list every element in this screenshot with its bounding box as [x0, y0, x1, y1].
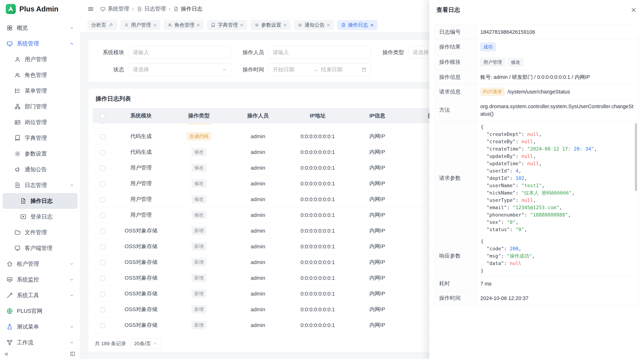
sidebar-item-user[interactable]: 用户管理: [2, 51, 78, 67]
list-icon: [14, 88, 21, 94]
sidebar-item-menu[interactable]: 菜单管理: [2, 83, 78, 99]
http-method-tag: PUT请求: [480, 88, 505, 96]
row-checkbox[interactable]: [100, 229, 105, 234]
tab-label: 操作日志: [348, 22, 368, 28]
tab-config[interactable]: 参数设置×: [250, 20, 291, 30]
tab-operlog[interactable]: 操作日志×: [337, 20, 378, 30]
row-checkbox[interactable]: [100, 244, 105, 249]
tab-label: 分析页: [91, 22, 106, 28]
hamburger-icon[interactable]: [87, 5, 94, 12]
sidebar-item-overview[interactable]: 概览: [2, 20, 78, 36]
operation-type-tag: 修改: [192, 148, 206, 156]
sidebar-item-systool[interactable]: 系统工具: [2, 288, 78, 303]
tab-dict[interactable]: 字典管理×: [207, 20, 247, 30]
close-tab-icon[interactable]: ×: [240, 22, 243, 28]
megaphone-icon: [14, 166, 21, 173]
close-tab-icon[interactable]: ×: [283, 22, 287, 28]
row-checkbox[interactable]: [100, 276, 105, 281]
sidebar-item-tenant[interactable]: 租户管理: [2, 256, 78, 272]
sidebar-item-operlog[interactable]: 操作日志: [2, 193, 78, 209]
tab-analysis[interactable]: 分析页: [87, 20, 117, 30]
breadcrumb-item[interactable]: 操作日志: [173, 5, 202, 12]
tab-user[interactable]: 用户管理×: [120, 20, 160, 30]
doc-icon: [173, 6, 179, 12]
sidebar-item-workflow[interactable]: 工作流: [2, 335, 78, 348]
sidebar-item-client[interactable]: 客户端管理: [2, 240, 78, 256]
row-checkbox[interactable]: [100, 123, 105, 124]
cell-module: 代码生成: [113, 123, 169, 124]
chevron-down-icon: [69, 293, 74, 298]
filter-label-module: 系统模块: [96, 49, 124, 56]
chevron-down-icon: [69, 340, 74, 345]
row-checkbox[interactable]: [100, 166, 105, 171]
collapse-sidebar-icon[interactable]: «: [5, 351, 8, 357]
pin-icon[interactable]: [108, 23, 113, 27]
cell-type: 新增: [169, 274, 228, 282]
flask-icon: [6, 324, 13, 330]
sidebar-item-testmenu[interactable]: 测试菜单: [2, 319, 78, 335]
page-size-select[interactable]: 20条/页: [130, 338, 161, 349]
detail-label: 操作结果: [435, 39, 476, 54]
detail-label: 操作时间: [435, 291, 476, 305]
sidebar-item-system[interactable]: 系统管理: [2, 36, 78, 51]
tab-role[interactable]: 角色管理×: [164, 20, 204, 30]
cell-ip: 0:0:0:0:0:0:0:1: [287, 196, 348, 202]
sidebar-item-dept[interactable]: 部门管理: [2, 99, 78, 114]
row-checkbox[interactable]: [100, 307, 105, 312]
sidebar-item-log[interactable]: 日志管理: [2, 177, 78, 193]
row-checkbox[interactable]: [100, 197, 105, 202]
close-drawer-icon[interactable]: [630, 7, 637, 13]
sidebar-menu: 概览系统管理用户管理角色管理菜单管理部门管理岗位管理字典管理参数设置通知公告日志…: [0, 18, 80, 348]
brand[interactable]: Plus Admin: [0, 0, 80, 18]
panel-toggle-icon[interactable]: [70, 351, 75, 357]
row-checkbox[interactable]: [100, 260, 105, 265]
sidebar-item-notice[interactable]: 通知公告: [2, 162, 78, 177]
select-all-checkbox[interactable]: [100, 113, 105, 118]
cell-ip-info: 内网IP: [348, 322, 406, 329]
close-tab-icon[interactable]: ×: [153, 22, 156, 28]
cell-ip: 0:0:0:0:0:0:0:1: [287, 275, 348, 281]
row-checkbox[interactable]: [100, 150, 105, 155]
breadcrumb-item[interactable]: 日志管理: [137, 5, 166, 12]
detail-value: 成功: [476, 39, 638, 54]
operation-type-tag: 生成代码: [187, 123, 211, 125]
cell-operator: admin: [228, 275, 287, 281]
sidebar-item-website[interactable]: PLUS官网: [2, 303, 78, 319]
row-checkbox[interactable]: [100, 292, 105, 297]
cell-ip: 0:0:0:0:0:0:0:1: [287, 291, 348, 297]
sidebar-item-label: 客户端管理: [25, 244, 74, 252]
date-range-input[interactable]: 开始日期 → 结束日期: [268, 63, 371, 76]
cell-operator: admin: [228, 259, 287, 265]
breadcrumb-separator: ›: [132, 5, 134, 12]
sidebar-item-loginlog[interactable]: 登录日志: [2, 209, 78, 225]
row-checkbox[interactable]: [100, 134, 105, 139]
operation-type-tag: 新增: [192, 258, 206, 266]
cell-operator: admin: [228, 181, 287, 187]
request-url: /system/user/changeStatus: [508, 88, 570, 95]
chevron-down-icon: [222, 67, 227, 72]
breadcrumb-item[interactable]: 系统管理: [100, 5, 129, 12]
monitor2-icon: [6, 276, 13, 283]
operation-type-tag: 生成代码: [187, 132, 211, 140]
tab-notice[interactable]: 通知公告×: [294, 20, 334, 30]
sidebar-item-config[interactable]: 参数设置: [2, 146, 78, 162]
sidebar-item-sysmonitor[interactable]: 系统监控: [2, 272, 78, 288]
row-checkbox[interactable]: [100, 213, 105, 218]
detail-value: 用户管理修改: [476, 55, 638, 70]
sidebar-item-post[interactable]: 岗位管理: [2, 114, 78, 130]
sidebar-item-role[interactable]: 角色管理: [2, 67, 78, 83]
tab-label: 参数设置: [261, 22, 281, 28]
sidebar-item-dict[interactable]: 字典管理: [2, 130, 78, 146]
module-input[interactable]: 请输入: [128, 46, 231, 59]
status-select[interactable]: 请选择: [128, 63, 231, 76]
users-icon: [14, 72, 21, 78]
operator-input[interactable]: 请输入: [268, 46, 371, 59]
json-code: { "createDept": null, "createBy": null, …: [481, 123, 635, 233]
row-checkbox[interactable]: [100, 323, 105, 328]
close-tab-icon[interactable]: ×: [327, 22, 330, 28]
close-tab-icon[interactable]: ×: [370, 22, 374, 28]
row-checkbox[interactable]: [100, 181, 105, 186]
scrollbar-thumb[interactable]: [635, 123, 637, 191]
close-tab-icon[interactable]: ×: [196, 22, 200, 28]
sidebar-item-file[interactable]: 文件管理: [2, 225, 78, 240]
